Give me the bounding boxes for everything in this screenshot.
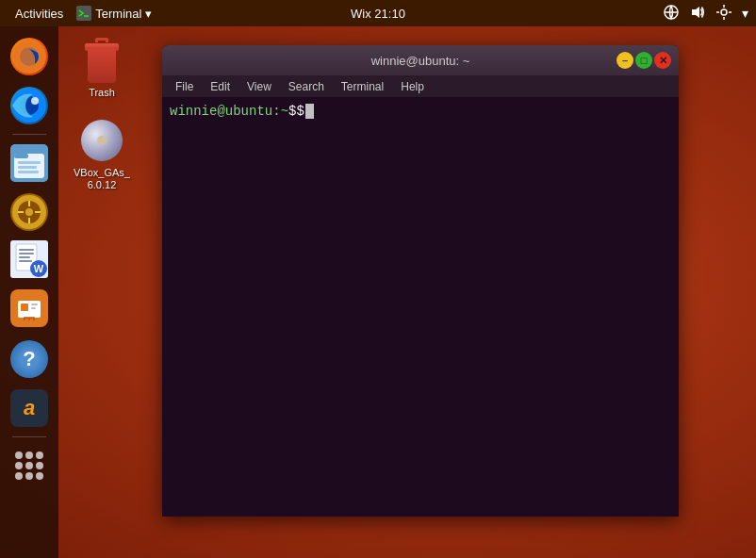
- vbox-icon-img: [79, 118, 124, 163]
- svg-marker-4: [692, 7, 699, 18]
- software-center-icon: [10, 289, 48, 331]
- show-apps-icon: [10, 447, 48, 484]
- svg-rect-39: [31, 304, 38, 305]
- svg-point-14: [31, 97, 39, 105]
- topbar-dropdown-icon[interactable]: ▾: [742, 6, 748, 21]
- launcher-item-rhythmbox[interactable]: [7, 189, 52, 235]
- terminal-body[interactable]: winnie@ubuntu: ~ $ $: [162, 98, 679, 517]
- menu-terminal[interactable]: Terminal: [334, 78, 391, 95]
- terminal-menubar: File Edit View Search Terminal Help: [162, 75, 679, 98]
- desktop: Activities Terminal ▾ Wix 21:10: [0, 0, 756, 558]
- launcher-item-help[interactable]: ?: [7, 336, 52, 382]
- desktop-icons: Trash VBox_GAs_6.0.12: [68, 38, 136, 192]
- svg-rect-19: [18, 166, 37, 169]
- launcher-divider-2: [12, 436, 46, 437]
- desktop-icon-trash[interactable]: Trash: [68, 38, 136, 99]
- menu-help[interactable]: Help: [393, 78, 432, 95]
- svg-point-5: [721, 9, 727, 15]
- launcher-divider-1: [12, 134, 46, 135]
- svg-rect-40: [31, 307, 36, 309]
- topbar-left: Activities Terminal ▾: [8, 5, 152, 23]
- writer-icon: W: [10, 240, 48, 282]
- svg-rect-30: [19, 249, 34, 251]
- menu-view[interactable]: View: [239, 78, 279, 95]
- svg-rect-32: [19, 256, 30, 258]
- launcher-item-show-apps[interactable]: [7, 443, 52, 488]
- prompt-symbol: $: [288, 104, 296, 119]
- prompt-dollar: $: [296, 104, 304, 119]
- amazon-icon: a: [10, 389, 48, 427]
- trash-icon-img: [79, 38, 124, 83]
- app-name-label: Terminal: [95, 7, 141, 21]
- menu-edit[interactable]: Edit: [203, 78, 238, 95]
- topbar-clock: Wix 21:10: [351, 7, 405, 21]
- menu-search[interactable]: Search: [281, 78, 332, 95]
- terminal-titlebar: winnie@ubuntu: ~ – □ ✕: [162, 45, 679, 75]
- window-controls: – □ ✕: [616, 52, 671, 69]
- activities-button[interactable]: Activities: [8, 5, 71, 23]
- maximize-button[interactable]: □: [635, 52, 652, 69]
- svg-rect-18: [18, 161, 41, 164]
- launcher: W ? a: [0, 26, 58, 558]
- launcher-item-thunderbird[interactable]: [7, 83, 52, 128]
- launcher-item-software[interactable]: [7, 287, 52, 333]
- svg-rect-33: [19, 260, 32, 262]
- topbar: Activities Terminal ▾ Wix 21:10: [0, 0, 756, 26]
- topbar-right: ▾: [663, 4, 748, 24]
- svg-text:W: W: [34, 263, 44, 274]
- thunderbird-icon: [10, 87, 48, 124]
- terminal-icon: [76, 6, 91, 21]
- help-icon: ?: [10, 340, 48, 378]
- terminal-prompt: winnie@ubuntu: ~ $ $: [170, 104, 671, 119]
- menu-file[interactable]: File: [168, 78, 201, 95]
- app-menu-arrow: ▾: [145, 7, 152, 21]
- trash-label: Trash: [89, 87, 115, 99]
- close-button[interactable]: ✕: [654, 52, 671, 69]
- network-icon[interactable]: [663, 4, 680, 24]
- firefox-icon: [10, 38, 48, 75]
- terminal-window: winnie@ubuntu: ~ – □ ✕ File Edit View Se…: [162, 45, 679, 517]
- launcher-item-files[interactable]: [7, 140, 52, 186]
- desktop-icon-vbox[interactable]: VBox_GAs_6.0.12: [68, 118, 136, 191]
- minimize-button[interactable]: –: [616, 52, 633, 69]
- system-menu-icon[interactable]: [715, 4, 732, 24]
- volume-icon[interactable]: [689, 4, 706, 24]
- files-icon: [10, 144, 48, 182]
- svg-point-23: [25, 208, 33, 216]
- svg-rect-31: [19, 253, 34, 254]
- terminal-cursor: [305, 104, 314, 119]
- prompt-path: ~: [281, 104, 288, 119]
- svg-rect-38: [21, 304, 28, 311]
- terminal-title: winnie@ubuntu: ~: [371, 54, 470, 68]
- launcher-item-writer[interactable]: W: [7, 238, 52, 284]
- svg-rect-20: [18, 171, 39, 173]
- launcher-item-firefox[interactable]: [7, 34, 52, 79]
- rhythmbox-icon: [10, 193, 48, 231]
- prompt-user: winnie@ubuntu:: [170, 104, 281, 119]
- app-menu[interactable]: Terminal ▾: [76, 6, 152, 21]
- vbox-label: VBox_GAs_6.0.12: [74, 167, 130, 191]
- svg-rect-17: [14, 154, 28, 158]
- launcher-item-amazon[interactable]: a: [7, 386, 52, 431]
